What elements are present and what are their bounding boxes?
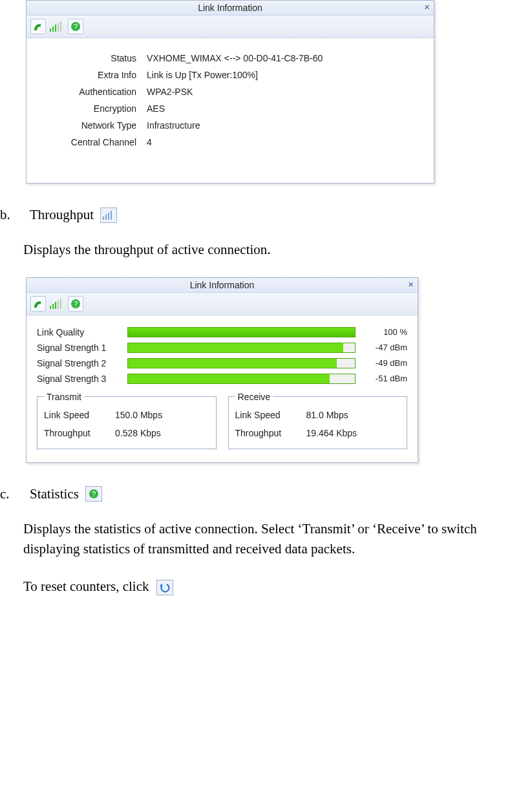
- link-info-window-status: Link Information × ? Status: [26, 0, 434, 184]
- group-row: Link Speed 81.0 Mbps: [235, 406, 401, 424]
- signal-label: Link Quality: [37, 327, 121, 337]
- throughput-bars-icon: [100, 207, 117, 223]
- field-label: Throughput: [235, 428, 306, 438]
- signal-value: -51 dBm: [362, 374, 407, 383]
- field-label: Extra Info: [39, 70, 147, 80]
- window-title: Link Information: [198, 3, 262, 13]
- section-desc: Displays the statistics of active connec…: [23, 519, 515, 560]
- receive-group: Receive Link Speed 81.0 Mbps Throughput …: [228, 392, 408, 449]
- help-icon[interactable]: ?: [68, 19, 83, 34]
- svg-rect-3: [58, 23, 59, 32]
- svg-rect-14: [58, 301, 59, 309]
- field-value: Infrastructure: [147, 120, 421, 131]
- link-info-window-throughput: Link Information × ? Link Q: [26, 277, 418, 463]
- wifi-status-icon[interactable]: [30, 296, 46, 312]
- close-icon[interactable]: ×: [408, 279, 414, 290]
- signal-value: -49 dBm: [362, 358, 407, 368]
- status-row: Status VXHOME_WIMAX <--> 00-D0-41-C8-7B-…: [39, 50, 421, 67]
- status-row: Authentication WPA2-PSK: [39, 83, 421, 100]
- list-marker: b.: [0, 207, 23, 223]
- field-value: 4: [147, 137, 421, 147]
- status-row: Network Type Infrastructure: [39, 117, 421, 134]
- signal-bar: [127, 358, 356, 368]
- field-label: Throughput: [44, 428, 115, 438]
- signal-bar: [127, 343, 356, 353]
- signal-label: Signal Strength 2: [37, 358, 121, 368]
- field-label: Central Channel: [39, 137, 147, 147]
- titlebar: Link Information ×: [27, 278, 418, 293]
- field-value: 0.528 Kbps: [115, 428, 209, 438]
- svg-rect-12: [52, 304, 54, 309]
- svg-rect-8: [105, 215, 107, 220]
- field-label: Link Speed: [44, 410, 115, 420]
- svg-rect-0: [50, 28, 51, 32]
- section-throughput: b. Throughput Displays the throughput of…: [0, 207, 526, 260]
- svg-rect-1: [52, 27, 54, 32]
- reset-line: To reset counters, click: [23, 577, 515, 597]
- status-body: Status VXHOME_WIMAX <--> 00-D0-41-C8-7B-…: [27, 38, 434, 183]
- reset-text: To reset counters, click: [23, 579, 149, 594]
- svg-rect-15: [60, 299, 61, 309]
- list-marker: c.: [0, 486, 23, 502]
- toolbar: ?: [27, 293, 418, 315]
- status-row: Central Channel 4: [39, 134, 421, 151]
- status-row: Extra Info Link is Up [Tx Power:100%]: [39, 67, 421, 83]
- close-icon[interactable]: ×: [424, 1, 430, 12]
- svg-rect-4: [60, 21, 61, 32]
- titlebar: Link Information ×: [27, 1, 434, 16]
- svg-rect-11: [50, 306, 51, 309]
- field-value: 150.0 Mbps: [115, 410, 209, 420]
- status-row: Encryption AES: [39, 100, 421, 117]
- signal-value: 100 %: [362, 327, 407, 337]
- signal-value: -47 dBm: [362, 343, 407, 352]
- reset-undo-icon[interactable]: [156, 580, 173, 595]
- signal-bars-icon[interactable]: [50, 297, 64, 311]
- field-value: 19.464 Kbps: [306, 428, 401, 438]
- section-desc: Displays the throughput of active connec…: [23, 240, 515, 260]
- section-title: Statistics: [30, 486, 79, 502]
- section-title: Throughput: [30, 207, 94, 223]
- signal-bar: [127, 374, 356, 384]
- signal-label: Signal Strength 1: [37, 343, 121, 353]
- signal-row: Signal Strength 2 -49 dBm: [37, 356, 407, 371]
- field-label: Network Type: [39, 120, 147, 131]
- field-value: AES: [147, 103, 421, 114]
- wifi-status-icon[interactable]: [30, 19, 46, 34]
- group-row: Throughput 19.464 Kbps: [235, 424, 401, 442]
- field-value: VXHOME_WIMAX <--> 00-D0-41-C8-7B-60: [147, 53, 421, 63]
- signal-bars-icon[interactable]: [50, 19, 64, 34]
- signal-row: Signal Strength 1 -47 dBm: [37, 340, 407, 356]
- transmit-group: Transmit Link Speed 150.0 Mbps Throughpu…: [37, 392, 217, 449]
- signal-row: Link Quality 100 %: [37, 324, 407, 340]
- svg-rect-2: [55, 25, 56, 32]
- field-value: WPA2-PSK: [147, 87, 421, 97]
- throughput-body: Link Quality 100 % Signal Strength 1 -47…: [27, 315, 418, 462]
- group-legend: Receive: [235, 392, 273, 402]
- signal-label: Signal Strength 3: [37, 374, 121, 384]
- signal-row: Signal Strength 3 -51 dBm: [37, 371, 407, 387]
- help-icon[interactable]: ?: [68, 296, 83, 312]
- field-label: Link Speed: [235, 410, 306, 420]
- svg-text:?: ?: [74, 300, 78, 308]
- group-row: Link Speed 150.0 Mbps: [44, 406, 209, 424]
- group-row: Throughput 0.528 Kbps: [44, 424, 209, 442]
- field-label: Encryption: [39, 103, 147, 114]
- field-value: 81.0 Mbps: [306, 410, 401, 420]
- field-label: Authentication: [39, 87, 147, 97]
- svg-text:?: ?: [74, 23, 78, 30]
- toolbar: ?: [27, 16, 434, 38]
- svg-rect-10: [111, 211, 112, 220]
- svg-rect-7: [103, 217, 104, 220]
- svg-text:?: ?: [92, 490, 96, 498]
- section-statistics: c. Statistics ? Displays the statistics …: [0, 486, 526, 597]
- svg-rect-9: [108, 213, 109, 220]
- svg-rect-13: [55, 302, 56, 309]
- field-label: Status: [39, 53, 147, 63]
- field-value: Link is Up [Tx Power:100%]: [147, 70, 421, 80]
- group-legend: Transmit: [44, 392, 84, 402]
- window-title: Link Information: [190, 280, 255, 290]
- statistics-help-icon: ?: [85, 486, 102, 502]
- signal-bar: [127, 327, 356, 337]
